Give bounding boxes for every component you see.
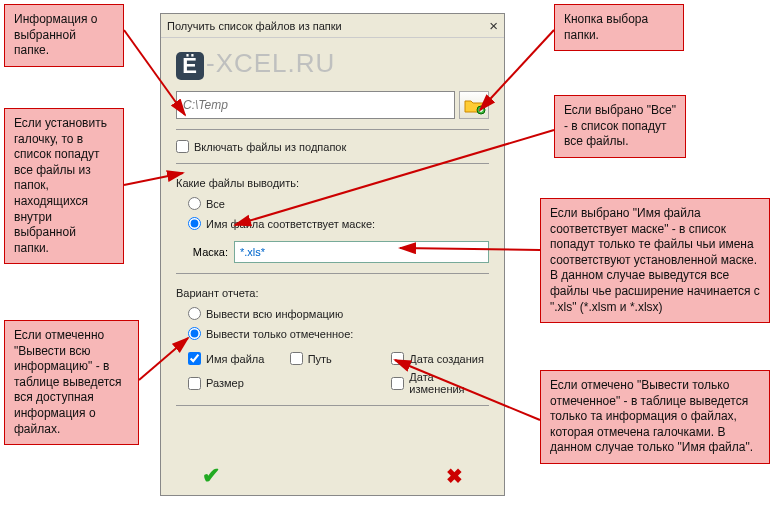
folder-path-input[interactable]: [176, 91, 455, 119]
divider: [176, 273, 489, 274]
chk-modified[interactable]: [391, 377, 404, 390]
opt-selected-label: Вывести только отмеченное:: [206, 328, 353, 340]
opt-all-radio[interactable]: [188, 197, 201, 210]
button-row: ✔ ✖: [176, 463, 489, 489]
include-subfolders-checkbox[interactable]: [176, 140, 189, 153]
opt-mask-label: Имя файла соответствует маске:: [206, 218, 375, 230]
logo-text: -XCEL.RU: [206, 48, 335, 78]
report-variant-group: Вывести всю информацию Вывести только от…: [188, 307, 489, 340]
chk-path-label: Путь: [308, 353, 332, 365]
fields-grid: Имя файла Путь Дата создания Размер Дата…: [188, 352, 489, 395]
chk-filename-label: Имя файла: [206, 353, 264, 365]
mask-input[interactable]: [234, 241, 489, 263]
callout-browse-button: Кнопка выбора папки.: [554, 4, 684, 51]
callout-selected-only: Если отмечено "Вывести только отмеченное…: [540, 370, 770, 464]
divider: [176, 163, 489, 164]
divider: [176, 129, 489, 130]
chk-path[interactable]: [290, 352, 303, 365]
chk-modified-label: Дата изменения: [409, 371, 489, 395]
folder-open-icon: [464, 97, 484, 113]
callout-full-info: Если отмеченно "Вывести всю информацию" …: [4, 320, 139, 445]
opt-selected-radio[interactable]: [188, 327, 201, 340]
callout-folder-info: Информация о выбранной папке.: [4, 4, 124, 67]
cross-icon: ✖: [446, 464, 463, 488]
report-variant-label: Вариант отчета:: [176, 287, 489, 299]
chk-created-label: Дата создания: [409, 353, 484, 365]
path-row: [176, 91, 489, 119]
which-files-group: Все Имя файла соответствует маске: Маска…: [188, 197, 489, 263]
logo-badge: Ё: [176, 52, 204, 80]
callout-include-subfolders: Если установить галочку, то в список поп…: [4, 108, 124, 264]
dialog-body: Ё-XCEL.RU Включать файлы из подпапок Как…: [161, 38, 504, 495]
mask-field-label: Маска:: [188, 246, 228, 258]
opt-fullinfo-label: Вывести всю информацию: [206, 308, 343, 320]
dialog-title: Получить список файлов из папки: [167, 20, 489, 32]
cancel-button[interactable]: ✖: [439, 463, 469, 489]
chk-filename[interactable]: [188, 352, 201, 365]
opt-fullinfo-radio[interactable]: [188, 307, 201, 320]
opt-all-label: Все: [206, 198, 225, 210]
chk-size[interactable]: [188, 377, 201, 390]
logo: Ё-XCEL.RU: [176, 48, 489, 80]
titlebar: Получить список файлов из папки ×: [161, 14, 504, 38]
callout-opt-mask: Если выбрано "Имя файла соответствует ма…: [540, 198, 770, 323]
chk-created[interactable]: [391, 352, 404, 365]
divider: [176, 405, 489, 406]
browse-folder-button[interactable]: [459, 91, 489, 119]
opt-mask-radio[interactable]: [188, 217, 201, 230]
callout-opt-all: Если выбрано "Все" - в список попадут вс…: [554, 95, 686, 158]
checkmark-icon: ✔: [202, 463, 220, 489]
ok-button[interactable]: ✔: [196, 463, 226, 489]
close-button[interactable]: ×: [489, 17, 498, 34]
dialog: Получить список файлов из папки × Ё-XCEL…: [160, 13, 505, 496]
include-subfolders-row: Включать файлы из подпапок: [176, 140, 489, 153]
chk-size-label: Размер: [206, 377, 244, 389]
which-files-label: Какие файлы выводить:: [176, 177, 489, 189]
include-subfolders-label: Включать файлы из подпапок: [194, 141, 346, 153]
